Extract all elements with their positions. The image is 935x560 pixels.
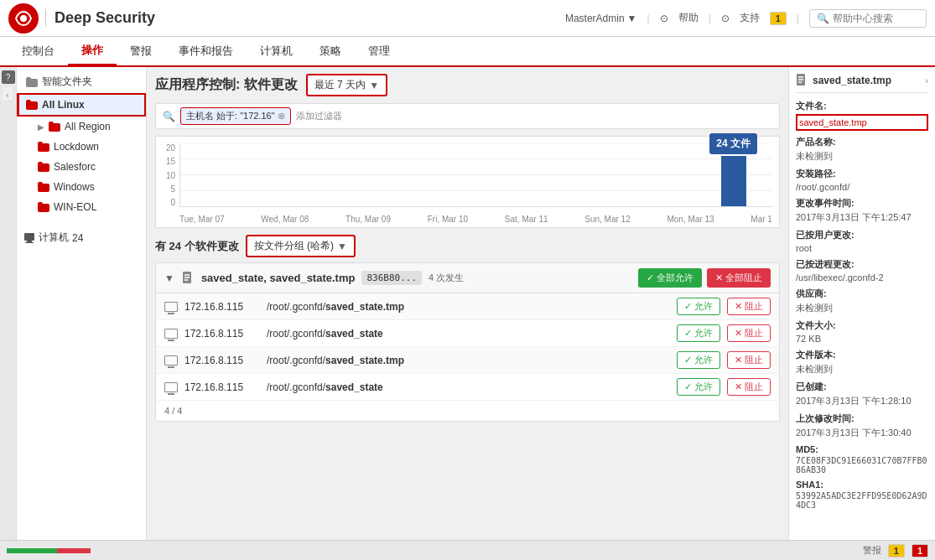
rp-field-product: 产品名称: 未检测到 [796,136,928,163]
rp-field-sha1: SHA1: 53992A5ADC3E2FFD95E0D62A9D4DC3 [796,480,928,510]
rp-label-created: 已创建: [796,381,928,393]
ip-1: 172.16.8.115 [184,301,260,313]
search-filter-icon: 🔍 [163,111,175,122]
user-menu[interactable]: MasterAdmin ▼ [565,13,637,24]
sidebar-item-smart-folder[interactable]: 智能文件夹 [17,70,146,93]
path-4: /root/.gconfd/saved_state [267,381,670,393]
allow-button-1[interactable]: ✓ 允许 [677,298,720,315]
rp-value-md5: 7CE08F3DC91E66031C70B7FFB086AB30 [796,456,928,474]
rp-label-install-path: 安装路径: [796,168,928,180]
group-by-arrow: ▼ [337,241,347,252]
x-label-6: Mon, Mar 13 [667,215,714,224]
block-button-4[interactable]: ✕ 阻止 [727,378,771,396]
help-label[interactable]: 帮助 [678,11,699,25]
content-area: 应用程序控制: 软件更改 最近 7 天内 ▼ 🔍 主机名 始于: "172.16… [147,67,788,560]
chart-bar[interactable] [721,156,746,206]
sidebar-item-all-linux[interactable]: All Linux [17,93,146,117]
allow-all-button[interactable]: ✓ 全部允许 [638,268,702,288]
computer-icon-1 [164,302,178,312]
file-doc-icon [181,272,195,285]
x-label-3: Fri, Mar 10 [428,215,468,224]
rp-label-filename: 文件名: [796,100,928,112]
rp-value-vendor: 未检测到 [796,302,928,314]
search-icon: 🔍 [817,13,829,24]
chart-bar-tooltip[interactable]: 24 文件 [709,133,757,154]
chart-area: 20 15 10 5 0 24 文件 [155,136,780,228]
allow-button-2[interactable]: ✓ 允许 [677,324,720,342]
filter-tag-hostname[interactable]: 主机名 始于: "172.16" ⊗ [180,107,291,125]
rp-value-install-path: /root/.gconfd/ [796,182,928,192]
nav-item-computers[interactable]: 计算机 [247,36,306,66]
rp-value-filename: saved_state.tmp [796,114,928,131]
rp-label-change-time: 更改事件时间: [796,197,928,210]
sidebar-item-lockdown[interactable]: Lockdown [17,137,146,157]
sidebar-item-salesforce[interactable]: Salesforc [17,157,146,177]
rp-expand-icon[interactable]: › [925,75,928,86]
chart-inner: 24 文件 [179,143,772,207]
help-btn[interactable]: ? [2,70,15,84]
folder-red5-icon [38,181,49,193]
nav-item-console[interactable]: 控制台 [8,36,68,66]
time-filter-dropdown[interactable]: 最近 7 天内 ▼ [306,74,387,96]
x-label-2: Thu, Mar 09 [345,215,391,224]
file-row-1: 172.16.8.115 /root/.gconfd/saved_state.t… [156,293,779,320]
status-alerts-label: 警报 [863,544,881,557]
group-chevron[interactable]: ▼ [164,272,174,284]
rp-label-vendor: 供应商: [796,288,928,300]
allow-button-3[interactable]: ✓ 允许 [677,351,720,369]
search-input[interactable] [833,13,925,24]
rp-field-created: 已创建: 2017年3月13日 下午1:28:10 [796,381,928,407]
x-label-5: Sun, Mar 12 [584,215,630,224]
sidebar-salesforce-label: Salesforc [54,161,96,173]
group-by-dropdown[interactable]: 按文件分组 (哈希) ▼ [246,235,356,257]
add-filter-button[interactable]: 添加过滤器 [296,110,342,122]
status-badge-1[interactable]: 1 [888,544,905,557]
nav-item-events[interactable]: 事件和报告 [165,36,247,66]
support-badge: 1 [770,12,787,25]
y-label-5: 5 [170,184,175,194]
x-label-1: Wed, Mar 08 [261,215,309,224]
block-button-3[interactable]: ✕ 阻止 [727,351,771,369]
rp-label-modified: 上次修改时间: [796,412,928,425]
pagination: 4 / 4 [156,401,779,421]
rp-field-changed-by-process: 已按进程更改: /usr/libexec/.gconfd-2 [796,258,928,283]
sep1: | [647,13,650,24]
file-row-4: 172.16.8.115 /root/.gconfd/saved_state ✓… [156,374,779,401]
folder-red3-icon [38,141,49,153]
results-header: 有 24 个软件更改 按文件分组 (哈希) ▼ [155,235,780,257]
filter-tag-text: 主机名 始于: "172.16" [186,110,275,122]
rp-value-fileversion: 未检测到 [796,363,928,376]
sidebar-item-win-eol[interactable]: WIN-EOL [17,197,146,217]
file-group: ▼ saved_state, saved_state.tmp 836B80...… [155,262,780,422]
search-box[interactable]: 🔍 [809,9,927,28]
block-all-button[interactable]: ✕ 全部阻止 [707,268,771,288]
sidebar-item-all-region[interactable]: ▶ All Region [17,117,146,137]
rp-label-fileversion: 文件版本: [796,349,928,361]
rp-file-icon [796,74,808,87]
x-label-0: Tue, Mar 07 [179,215,225,224]
status-badge-2[interactable]: 1 [912,544,928,557]
svg-rect-2 [24,233,34,241]
sidebar-help: ? ‹ [0,67,17,560]
block-button-2[interactable]: ✕ 阻止 [727,324,771,342]
folder-icon [26,76,38,88]
ip-4: 172.16.8.115 [184,381,260,393]
chart-bar-group[interactable]: 24 文件 [709,133,757,206]
filter-tag-close[interactable]: ⊗ [278,111,285,122]
sidebar-item-windows[interactable]: Windows [17,177,146,197]
main-layout: ? ‹ 智能文件夹 All Linux ▶ All Region [0,67,935,560]
block-button-1[interactable]: ✕ 阻止 [727,298,771,315]
nav-item-operations[interactable]: 操作 [68,36,117,66]
sidebar-computer-count: 24 [72,232,83,244]
sidebar-toggle[interactable]: ‹ [3,87,14,100]
file-row-2: 172.16.8.115 /root/.gconfd/saved_state ✓… [156,320,779,347]
nav-item-admin[interactable]: 管理 [355,36,403,66]
nav-item-policy[interactable]: 策略 [306,36,355,66]
allow-button-4[interactable]: ✓ 允许 [677,378,720,396]
support-label[interactable]: 支持 [740,11,760,25]
ip-2: 172.16.8.115 [184,328,260,340]
folder-red4-icon [38,161,49,173]
sidebar-smart-folder-label: 智能文件夹 [42,75,92,89]
x-label-7: Mar 1 [751,215,772,224]
nav-item-alerts[interactable]: 警报 [117,36,165,66]
